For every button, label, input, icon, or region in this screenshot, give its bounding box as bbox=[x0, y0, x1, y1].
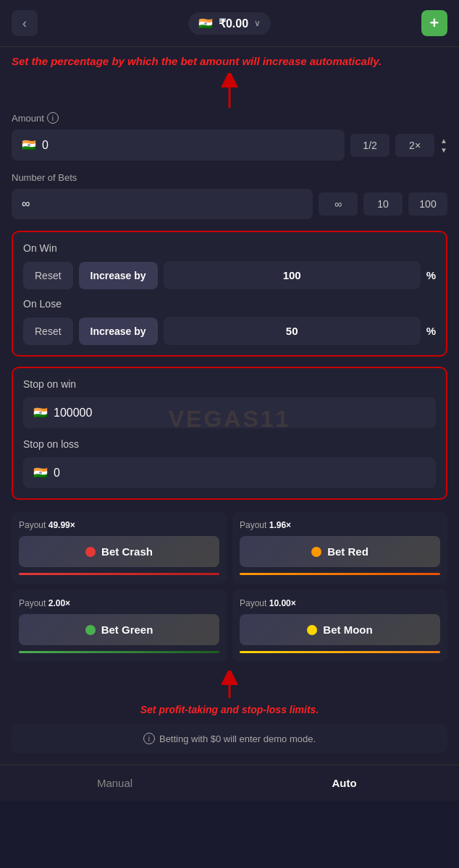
header: ‹ 🇮🇳 ₹0.00 ∨ + bbox=[0, 0, 459, 47]
inf-button[interactable]: ∞ bbox=[319, 192, 358, 216]
on-lose-label: On Lose bbox=[23, 298, 436, 310]
half-button[interactable]: 1/2 bbox=[350, 134, 389, 157]
stop-on-win-input[interactable]: 🇮🇳 100000 bbox=[23, 397, 436, 428]
bet-red-payout-label: Payout 1.96× bbox=[240, 520, 440, 530]
add-funds-button[interactable]: + bbox=[421, 10, 447, 36]
flag-icon: 🇮🇳 bbox=[33, 466, 48, 480]
flag-icon: 🇮🇳 bbox=[33, 406, 48, 420]
stop-panel: Stop on win 🇮🇳 100000 Stop on loss 🇮🇳 0 bbox=[12, 367, 447, 500]
amount-quick-buttons: 1/2 2× ▲ ▼ bbox=[350, 134, 447, 157]
amount-input[interactable]: 🇮🇳 0 bbox=[12, 129, 345, 161]
yellow-dot-icon bbox=[307, 625, 317, 635]
on-lose-row: Reset Increase by 50 % bbox=[23, 317, 436, 345]
info-icon: i bbox=[47, 112, 59, 124]
on-win-value[interactable]: 100 bbox=[164, 261, 421, 289]
ten-button[interactable]: 10 bbox=[363, 192, 403, 216]
amount-stepper[interactable]: ▲ ▼ bbox=[440, 137, 447, 154]
arrow-up-icon bbox=[215, 73, 244, 109]
orange-dot-icon bbox=[311, 547, 321, 557]
demo-notice: i Betting with $0 will enter demo mode. bbox=[12, 724, 447, 753]
flag-icon: 🇮🇳 bbox=[22, 138, 36, 152]
on-win-row: Reset Increase by 100 % bbox=[23, 261, 436, 289]
tab-auto[interactable]: Auto bbox=[230, 765, 459, 801]
balance-display[interactable]: 🇮🇳 ₹0.00 ∨ bbox=[188, 12, 271, 35]
bet-moon-payout-label: Payout 10.00× bbox=[240, 598, 440, 608]
bet-red-button[interactable]: Bet Red bbox=[240, 536, 440, 567]
bets-row: ∞ ∞ 10 100 bbox=[12, 189, 447, 219]
hundred-button[interactable]: 100 bbox=[408, 192, 447, 216]
on-win-label: On Win bbox=[23, 242, 436, 254]
bet-crash-card: Payout 49.99× Bet Crash bbox=[12, 511, 227, 584]
bet-red-card: Payout 1.96× Bet Red bbox=[232, 511, 447, 584]
stop-on-loss-label: Stop on loss bbox=[23, 438, 436, 450]
info-circle-icon: i bbox=[143, 733, 155, 744]
tooltip-banner-1: Set the percentage by which the bet amou… bbox=[0, 47, 459, 73]
bet-crash-underline bbox=[19, 573, 219, 575]
bet-green-underline bbox=[19, 651, 219, 653]
on-win-reset-button[interactable]: Reset bbox=[23, 262, 73, 289]
amount-row: 🇮🇳 0 1/2 2× ▲ ▼ bbox=[12, 129, 447, 161]
bets-label: Number of Bets bbox=[12, 172, 447, 183]
bet-grid: Payout 49.99× Bet Crash Payout 1.96× Bet… bbox=[12, 511, 447, 662]
green-dot-icon bbox=[85, 625, 96, 635]
bets-input[interactable]: ∞ bbox=[12, 189, 313, 219]
main-content: VEGAS11 Amount i 🇮🇳 0 1/2 2× ▲ ▼ bbox=[0, 73, 459, 765]
back-button[interactable]: ‹ bbox=[12, 10, 38, 36]
bet-crash-button[interactable]: Bet Crash bbox=[19, 536, 219, 567]
stop-on-loss-value: 0 bbox=[54, 467, 60, 480]
bet-green-payout-label: Payout 2.00× bbox=[19, 598, 219, 608]
win-lose-panel: On Win Reset Increase by 100 % On Lose R… bbox=[12, 231, 447, 357]
on-win-percent: % bbox=[426, 269, 436, 281]
on-lose-reset-button[interactable]: Reset bbox=[23, 318, 73, 345]
tooltip-text-2: Set profit-taking and stop-loss limits. bbox=[140, 701, 319, 718]
stop-on-win-value: 100000 bbox=[54, 407, 92, 420]
stop-on-win-label: Stop on win bbox=[23, 378, 436, 390]
amount-value: 0 bbox=[42, 139, 49, 152]
on-win-increase-button[interactable]: Increase by bbox=[79, 262, 158, 289]
on-lose-value[interactable]: 50 bbox=[164, 317, 421, 345]
bet-red-underline bbox=[240, 573, 440, 575]
double-button[interactable]: 2× bbox=[395, 134, 434, 157]
bet-moon-card: Payout 10.00× Bet Moon bbox=[232, 590, 447, 662]
stop-on-loss-input[interactable]: 🇮🇳 0 bbox=[23, 457, 436, 488]
red-dot-icon bbox=[85, 547, 96, 557]
tab-manual[interactable]: Manual bbox=[0, 765, 230, 801]
bet-green-button[interactable]: Bet Green bbox=[19, 614, 219, 645]
bottom-tabs: Manual Auto bbox=[0, 765, 459, 801]
bet-moon-underline bbox=[240, 651, 440, 653]
bet-crash-payout-label: Payout 49.99× bbox=[19, 520, 219, 530]
arrow-up-2-icon bbox=[215, 671, 244, 699]
bet-moon-button[interactable]: Bet Moon bbox=[240, 614, 440, 645]
bets-value: ∞ bbox=[22, 197, 30, 210]
tooltip-text-1: Set the percentage by which the bet amou… bbox=[12, 54, 447, 69]
flag-icon: 🇮🇳 bbox=[198, 17, 213, 30]
on-lose-increase-button[interactable]: Increase by bbox=[79, 318, 158, 345]
amount-label: Amount i bbox=[12, 112, 447, 124]
bet-green-card: Payout 2.00× Bet Green bbox=[12, 590, 227, 662]
balance-value: ₹0.00 bbox=[219, 17, 248, 30]
on-lose-percent: % bbox=[426, 325, 436, 337]
chevron-down-icon: ∨ bbox=[254, 18, 261, 28]
